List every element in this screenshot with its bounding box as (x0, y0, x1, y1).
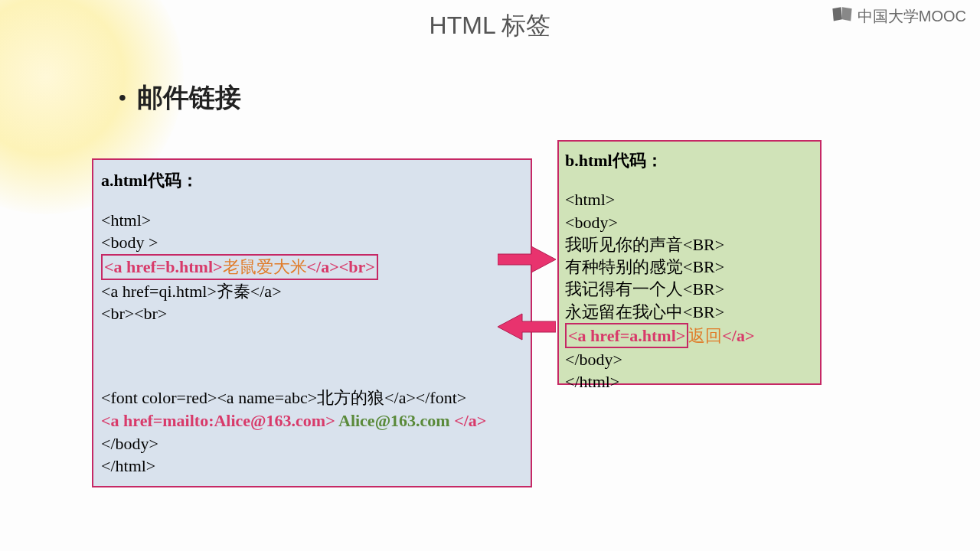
code-tag: </a> (722, 326, 754, 345)
code-line: 有种特别的感觉<BR> (565, 256, 814, 278)
code-line: 我听见你的声音<BR> (565, 233, 814, 256)
code-line: <a href=qi.html>齐秦</a> (101, 280, 523, 303)
brand-logo: 中国大学MOOC (831, 6, 966, 27)
code-tag: </a><br> (307, 257, 375, 276)
code-tag: <a href=b.html> (104, 257, 223, 276)
code-line: <br><br> (101, 302, 523, 325)
code-line-highlighted: <a href=b.html>老鼠爱大米</a><br> (101, 254, 523, 280)
code-box-a: a.html代码： <html> <body > <a href=b.html>… (92, 158, 532, 487)
book-icon (831, 6, 853, 27)
code-line-highlighted: <a href=a.html>返回</a> (565, 323, 814, 348)
code-line: <body> (565, 211, 814, 233)
highlight-box: <a href=a.html> (565, 323, 688, 348)
link-text: 返回 (688, 326, 722, 345)
code-tag: </a> (454, 411, 486, 430)
highlight-box: <a href=b.html>老鼠爱大米</a><br> (101, 254, 378, 280)
code-line: 永远留在我心中<BR> (565, 301, 814, 323)
code-line: <font color=red><a name=abc>北方的狼</a></fo… (101, 386, 523, 409)
code-line: </html> (565, 370, 814, 393)
code-line: </body> (565, 348, 814, 370)
box-a-title: a.html代码： (101, 169, 523, 192)
code-line: </body> (101, 432, 523, 455)
svg-marker-1 (498, 314, 556, 340)
code-tag: <a href=mailto:Alice@163.com> (101, 411, 335, 430)
code-line: <html> (101, 209, 523, 232)
link-text: 老鼠爱大米 (223, 257, 307, 276)
code-line: <body > (101, 231, 523, 254)
section-heading: 邮件链接 (119, 80, 241, 116)
box-b-title: b.html代码： (565, 149, 814, 171)
code-line-mailto: <a href=mailto:Alice@163.com> Alice@163.… (101, 409, 523, 432)
svg-marker-0 (498, 246, 556, 272)
arrow-right-icon (498, 245, 556, 277)
code-tag: <a href=a.html> (568, 326, 685, 345)
code-line: </html> (101, 455, 523, 478)
arrow-left-icon (498, 312, 556, 344)
code-line: <html> (565, 188, 814, 210)
mailto-address: Alice@163.com (335, 411, 454, 430)
code-box-b: b.html代码： <html> <body> 我听见你的声音<BR> 有种特别… (557, 140, 822, 385)
brand-text: 中国大学MOOC (858, 6, 966, 27)
code-line: 我记得有一个人<BR> (565, 278, 814, 300)
